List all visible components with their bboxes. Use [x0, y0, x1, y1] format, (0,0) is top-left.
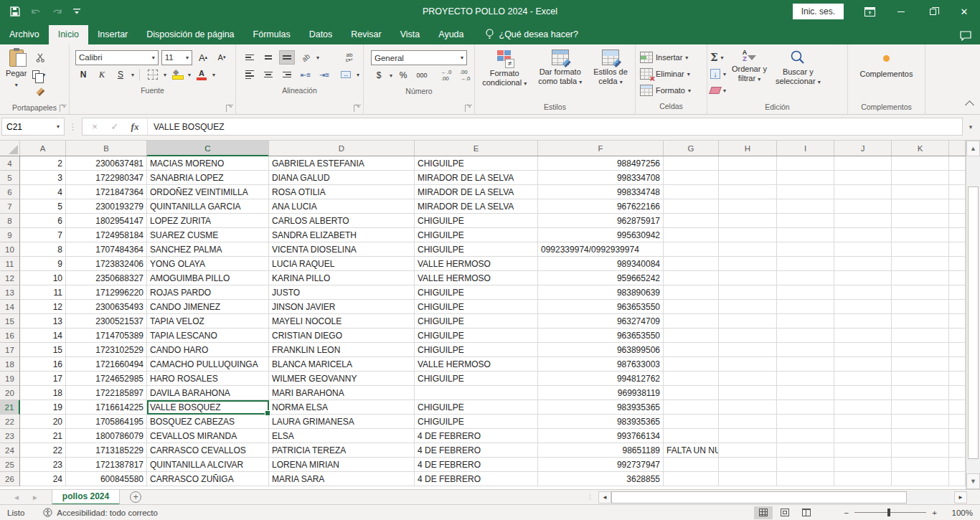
enter-entry-icon[interactable]: ✓ — [105, 121, 124, 132]
scroll-down-icon[interactable]: ▼ — [966, 473, 980, 489]
name-box[interactable]: C21▾ — [1, 118, 65, 136]
row-header-16[interactable]: 16 — [0, 328, 20, 343]
cell-K15[interactable] — [892, 314, 949, 328]
font-color-icon[interactable]: A — [194, 67, 209, 82]
cell-G16[interactable] — [664, 328, 719, 343]
cell-D10[interactable]: VICENTA DIOSELINA — [269, 242, 415, 257]
cell-H18[interactable] — [719, 357, 777, 372]
cell-E18[interactable]: VALLE HERMOSO — [415, 357, 538, 372]
cancel-entry-icon[interactable]: × — [85, 121, 104, 132]
cell-C9[interactable]: SUAREZ CUSME — [147, 228, 269, 242]
cell-D17[interactable]: FRANKLIN LEON — [269, 343, 415, 357]
format-cells-button[interactable]: Formato▾ — [640, 83, 702, 98]
cell-E10[interactable]: CHIGUILPE — [415, 242, 538, 257]
cell-K16[interactable] — [892, 328, 949, 343]
cell-B18[interactable]: 1721660494 — [66, 357, 147, 372]
cell-A7[interactable]: 5 — [20, 199, 66, 214]
cell-F21[interactable]: 983935365 — [538, 400, 664, 415]
cell-G5[interactable] — [664, 171, 719, 185]
cell-I4[interactable] — [777, 156, 834, 171]
cell-A20[interactable]: 18 — [20, 386, 66, 400]
cell-J12[interactable] — [834, 271, 892, 285]
column-header-partial[interactable] — [949, 141, 966, 156]
zoom-out-icon[interactable]: − — [844, 509, 849, 517]
vertical-scroll-thumb[interactable] — [968, 186, 979, 459]
cell-K5[interactable] — [892, 171, 949, 185]
cell-C10[interactable]: SANCHEZ PALMA — [147, 242, 269, 257]
cell-G20[interactable] — [664, 386, 719, 400]
cell-B20[interactable]: 1722185897 — [66, 386, 147, 400]
copy-icon[interactable] — [32, 70, 39, 79]
cell-H20[interactable] — [719, 386, 777, 400]
cell-E8[interactable]: CHIGUILPE — [415, 214, 538, 228]
row-header-5[interactable]: 5 — [0, 171, 20, 185]
cell-B13[interactable]: 1712996220 — [66, 285, 147, 300]
cell-B11[interactable]: 1723832406 — [66, 257, 147, 271]
cell-J13[interactable] — [834, 285, 892, 300]
cell-A8[interactable]: 6 — [20, 214, 66, 228]
decrease-indent-icon[interactable]: ⇤≡ — [298, 67, 314, 82]
cell-B10[interactable]: 1707484364 — [66, 242, 147, 257]
cell-K24[interactable] — [892, 443, 949, 458]
cell-H22[interactable] — [719, 415, 777, 429]
cell-E21[interactable]: CHIGUILPE — [415, 400, 538, 415]
cell-F25[interactable]: 992737947 — [538, 458, 664, 472]
cell-C11[interactable]: YONG OLAYA — [147, 257, 269, 271]
cell-E14[interactable]: CHIGUILPE — [415, 300, 538, 314]
cell-F12[interactable]: 959665242 — [538, 271, 664, 285]
ribbon-tab-revisar[interactable]: Revisar — [341, 25, 390, 44]
cell-A12[interactable]: 10 — [20, 271, 66, 285]
cell-C20[interactable]: DAVILA BARAHONA — [147, 386, 269, 400]
cell-G4[interactable] — [664, 156, 719, 171]
cell-A17[interactable]: 15 — [20, 343, 66, 357]
orientation-icon[interactable]: ab — [295, 47, 316, 67]
cell-G8[interactable] — [664, 214, 719, 228]
alignment-dialog-launcher[interactable] — [354, 105, 361, 112]
cell-B15[interactable]: 2300521537 — [66, 314, 147, 328]
cell-K25[interactable] — [892, 458, 949, 472]
scroll-right-icon[interactable]: ► — [954, 491, 967, 504]
ribbon-tab-inicio[interactable]: Inicio — [49, 25, 88, 44]
collapse-ribbon-icon[interactable] — [965, 100, 974, 110]
format-as-table-button[interactable]: Dar formatocomo tabla ▾ — [534, 47, 586, 90]
cell-I16[interactable] — [777, 328, 834, 343]
cell-I19[interactable] — [777, 372, 834, 386]
cell-E5[interactable]: MIRADOR DE LA SELVA — [415, 171, 538, 185]
cell-C4[interactable]: MACIAS MORENO — [147, 156, 269, 171]
ribbon-tab-datos[interactable]: Datos — [300, 25, 342, 44]
cell-A10[interactable]: 8 — [20, 242, 66, 257]
cell-C6[interactable]: ORDOÑEZ VEINTIMILLA — [147, 185, 269, 199]
scroll-left-icon[interactable]: ◄ — [598, 491, 611, 504]
cell-B7[interactable]: 2300193279 — [66, 199, 147, 214]
cell-E9[interactable]: CHIGUILPE — [415, 228, 538, 242]
cell-I15[interactable] — [777, 314, 834, 328]
cell-B17[interactable]: 1723102529 — [66, 343, 147, 357]
cell-C7[interactable]: QUINTANILLA GARCIA — [147, 199, 269, 214]
cell-D18[interactable]: BLANCA MARICELA — [269, 357, 415, 372]
cell-I14[interactable] — [777, 300, 834, 314]
cell-K9[interactable] — [892, 228, 949, 242]
cell-F16[interactable]: 963653550 — [538, 328, 664, 343]
cell-F8[interactable]: 962875917 — [538, 214, 664, 228]
cell-G11[interactable] — [664, 257, 719, 271]
cell-F19[interactable]: 994812762 — [538, 372, 664, 386]
cell-I12[interactable] — [777, 271, 834, 285]
delete-cells-button[interactable]: Eliminar▾ — [640, 67, 702, 81]
cell-H4[interactable] — [719, 156, 777, 171]
cell-E11[interactable]: VALLE HERMOSO — [415, 257, 538, 271]
cell-E7[interactable]: MIRADOR DE LA SELVA — [415, 199, 538, 214]
tell-me-box[interactable]: ¿Qué desea hacer? — [485, 29, 579, 44]
cell-G23[interactable] — [664, 429, 719, 443]
row-header-10[interactable]: 10 — [0, 242, 20, 257]
cell-E24[interactable]: 4 DE FEBRERO — [415, 443, 538, 458]
merge-center-icon[interactable]: ↔ — [338, 67, 354, 82]
cell-C8[interactable]: LOPEZ ZURITA — [147, 214, 269, 228]
autosum-button[interactable]: Σ▾ — [710, 50, 726, 65]
cell-A11[interactable]: 9 — [20, 257, 66, 271]
row-header-9[interactable]: 9 — [0, 228, 20, 242]
row-header-19[interactable]: 19 — [0, 372, 20, 386]
cell-J21[interactable] — [834, 400, 892, 415]
cell-A23[interactable]: 21 — [20, 429, 66, 443]
cell-K23[interactable] — [892, 429, 949, 443]
cell-G6[interactable] — [664, 185, 719, 199]
